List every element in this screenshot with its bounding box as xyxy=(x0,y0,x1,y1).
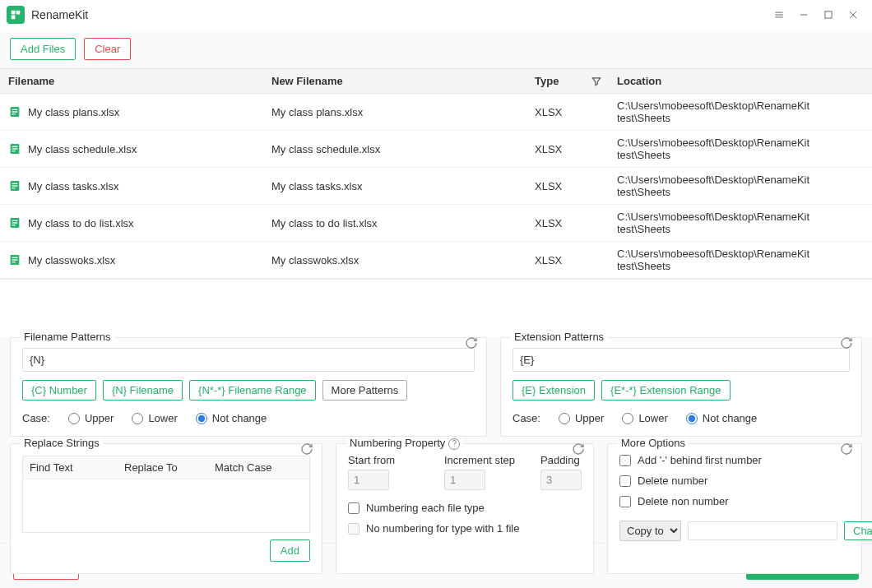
case-label: Case: xyxy=(513,412,540,424)
table-row[interactable]: My class to do list.xlsxMy class to do l… xyxy=(0,205,872,242)
numbering-each-type-checkbox[interactable]: Numbering each file type xyxy=(348,502,582,514)
filename-patterns-legend: Filename Patterns xyxy=(21,331,114,343)
delete-non-number-checkbox[interactable]: Delete non number xyxy=(619,495,850,507)
case-lower-radio[interactable]: Lower xyxy=(132,412,177,424)
increment-label: Increment step xyxy=(444,454,531,466)
refresh-icon[interactable] xyxy=(300,442,315,457)
no-numbering-1-file-checkbox[interactable]: No numbering for type with 1 file xyxy=(348,522,582,535)
close-icon[interactable] xyxy=(841,2,865,27)
increment-input[interactable] xyxy=(444,470,485,490)
help-icon[interactable]: ? xyxy=(448,438,460,450)
cell-new-filename: My classwoks.xlsx xyxy=(263,242,526,278)
copy-to-select[interactable]: Copy to xyxy=(619,521,681,541)
numbering-property-panel: Numbering Property? Start from Increment… xyxy=(336,443,594,574)
cell-location: C:\Users\mobeesoft\Desktop\RenameKit tes… xyxy=(609,242,872,278)
tag-filename[interactable]: {N} Filename xyxy=(103,380,183,400)
cell-type: XLSX xyxy=(526,205,609,241)
delete-number-checkbox[interactable]: Delete number xyxy=(619,475,850,487)
svg-rect-12 xyxy=(12,111,18,112)
padding-input[interactable] xyxy=(540,470,582,490)
svg-rect-0 xyxy=(12,11,16,15)
extension-patterns-panel: Extension Patterns {E} Extension {E*-*} … xyxy=(500,337,862,437)
more-options-legend: More Options xyxy=(618,437,689,449)
tag-extension[interactable]: {E} Extension xyxy=(513,380,595,400)
svg-rect-16 xyxy=(12,148,18,149)
add-replace-button[interactable]: Add xyxy=(270,539,310,562)
rs-th-replace: Replace To xyxy=(118,456,208,479)
menu-icon[interactable] xyxy=(767,2,791,27)
cell-filename: My class to do list.xlsx xyxy=(0,205,263,241)
case-notchange-radio[interactable]: Not change xyxy=(196,412,267,424)
case-label: Case: xyxy=(22,412,50,424)
svg-rect-28 xyxy=(12,259,18,260)
th-filename[interactable]: Filename xyxy=(0,69,263,93)
cell-type: XLSX xyxy=(526,131,609,167)
th-new-filename[interactable]: New Filename xyxy=(263,69,526,93)
filename-pattern-input[interactable] xyxy=(22,348,475,372)
cell-location: C:\Users\mobeesoft\Desktop\RenameKit tes… xyxy=(609,205,872,241)
svg-rect-19 xyxy=(12,183,18,184)
start-from-input[interactable] xyxy=(348,470,389,490)
replace-strings-body[interactable] xyxy=(23,479,309,532)
tag-extension-range[interactable]: {E*-*} Extension Range xyxy=(601,380,730,400)
table-row[interactable]: My class tasks.xlsxMy class tasks.xlsxXL… xyxy=(0,168,872,205)
cell-new-filename: My class schedule.xlsx xyxy=(263,131,526,167)
cell-location: C:\Users\mobeesoft\Desktop\RenameKit tes… xyxy=(609,131,872,167)
ext-case-lower-radio[interactable]: Lower xyxy=(622,412,667,424)
toolbar: Add Files Clear xyxy=(0,30,872,68)
filter-icon[interactable] xyxy=(591,76,602,90)
th-type[interactable]: Type xyxy=(526,69,609,93)
numbering-legend: Numbering Property? xyxy=(346,437,463,450)
ext-case-notchange-radio[interactable]: Not change xyxy=(686,412,758,424)
replace-strings-panel: Replace Strings Find Text Replace To Mat… xyxy=(10,443,322,574)
refresh-icon[interactable] xyxy=(465,336,480,351)
cell-type: XLSX xyxy=(526,242,609,278)
svg-rect-25 xyxy=(12,225,16,225)
add-dash-checkbox[interactable]: Add '-' behind first number xyxy=(619,454,850,466)
start-from-label: Start from xyxy=(348,454,434,466)
add-files-button[interactable]: Add Files xyxy=(10,38,76,60)
table-row[interactable]: My class schedule.xlsxMy class schedule.… xyxy=(0,131,872,168)
svg-rect-23 xyxy=(12,220,18,221)
th-location[interactable]: Location xyxy=(609,69,872,93)
svg-rect-20 xyxy=(12,185,18,186)
tag-number[interactable]: {C} Number xyxy=(22,380,96,400)
svg-rect-11 xyxy=(12,109,18,110)
cell-new-filename: My class tasks.xlsx xyxy=(263,168,526,204)
cell-filename: My class schedule.xlsx xyxy=(0,131,263,167)
change-button[interactable]: Change xyxy=(844,521,872,540)
svg-rect-2 xyxy=(12,16,16,20)
extension-pattern-input[interactable] xyxy=(513,348,850,372)
copy-to-path-input[interactable] xyxy=(688,521,837,540)
svg-rect-17 xyxy=(12,150,16,151)
cell-filename: My class plans.xlsx xyxy=(0,94,263,130)
svg-rect-15 xyxy=(12,146,18,147)
svg-rect-29 xyxy=(12,262,16,262)
table-row[interactable]: My class plans.xlsxMy class plans.xlsxXL… xyxy=(0,94,872,131)
refresh-icon[interactable] xyxy=(840,442,855,457)
minimize-icon[interactable] xyxy=(791,2,816,27)
svg-rect-27 xyxy=(12,257,18,258)
cell-location: C:\Users\mobeesoft\Desktop\RenameKit tes… xyxy=(609,168,872,204)
refresh-icon[interactable] xyxy=(840,336,855,351)
titlebar: RenameKit xyxy=(0,0,872,30)
app-icon xyxy=(7,6,25,24)
clear-button[interactable]: Clear xyxy=(84,38,131,60)
file-table: Filename New Filename Type Location My c… xyxy=(0,68,872,280)
app-title: RenameKit xyxy=(31,8,88,21)
extension-patterns-legend: Extension Patterns xyxy=(511,331,607,343)
more-patterns-button[interactable]: More Patterns xyxy=(322,380,408,400)
table-row[interactable]: My classwoks.xlsxMy classwoks.xlsxXLSXC:… xyxy=(0,242,872,279)
cell-filename: My classwoks.xlsx xyxy=(0,242,263,278)
svg-rect-21 xyxy=(12,188,16,188)
maximize-icon[interactable] xyxy=(816,2,841,27)
rs-th-find: Find Text xyxy=(23,456,118,479)
ext-case-upper-radio[interactable]: Upper xyxy=(559,412,604,424)
case-upper-radio[interactable]: Upper xyxy=(68,412,114,424)
cell-filename: My class tasks.xlsx xyxy=(0,168,263,204)
svg-rect-13 xyxy=(12,113,16,114)
refresh-icon[interactable] xyxy=(572,442,587,457)
filename-patterns-panel: Filename Patterns {C} Number {N} Filenam… xyxy=(10,337,487,437)
tag-filename-range[interactable]: {N*-*} Filename Range xyxy=(189,380,316,400)
cell-new-filename: My class plans.xlsx xyxy=(263,94,526,130)
